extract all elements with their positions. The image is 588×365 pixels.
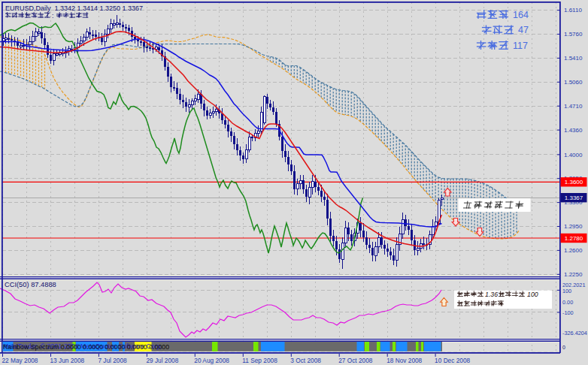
svg-text:1.5410: 1.5410 bbox=[564, 55, 583, 62]
svg-text:47: 47 bbox=[518, 25, 529, 35]
svg-text:13 Jun 2008: 13 Jun 2008 bbox=[50, 357, 85, 364]
svg-text:0: 0 bbox=[562, 345, 565, 350]
svg-text:0.00: 0.00 bbox=[562, 299, 573, 306]
svg-text:Rainbow Spectrum 0.0000 0.0000: Rainbow Spectrum 0.0000 0.0000 0.0000 0.… bbox=[3, 343, 169, 351]
svg-text:10 Dec 2008: 10 Dec 2008 bbox=[435, 357, 470, 364]
svg-text:1.3367: 1.3367 bbox=[565, 195, 583, 201]
svg-text:1.4710: 1.4710 bbox=[564, 103, 583, 110]
svg-text:117: 117 bbox=[513, 41, 528, 51]
svg-text:1.5760: 1.5760 bbox=[564, 31, 583, 38]
svg-text:29 Jul 2008: 29 Jul 2008 bbox=[146, 357, 178, 364]
svg-text:100: 100 bbox=[527, 291, 538, 298]
svg-text:27 Oct 2008: 27 Oct 2008 bbox=[338, 357, 373, 364]
svg-text:7 Jul 2008: 7 Jul 2008 bbox=[98, 357, 127, 364]
svg-text:1.6110: 1.6110 bbox=[564, 7, 582, 14]
svg-text:-326.4204: -326.4204 bbox=[562, 330, 587, 336]
svg-text:20 Aug 2008: 20 Aug 2008 bbox=[194, 357, 229, 364]
svg-text:1.3600: 1.3600 bbox=[565, 179, 583, 186]
svg-text:1.4000: 1.4000 bbox=[564, 152, 583, 158]
svg-text:164: 164 bbox=[513, 10, 529, 20]
svg-text:1.2600: 1.2600 bbox=[564, 247, 583, 254]
svg-text:1.2250: 1.2250 bbox=[564, 271, 583, 278]
svg-text:11 Sep 2008: 11 Sep 2008 bbox=[242, 357, 277, 364]
svg-text:CCI(50) 87.4888: CCI(50) 87.4888 bbox=[5, 281, 56, 288]
svg-text:1.2950: 1.2950 bbox=[564, 223, 583, 230]
svg-text:1.5060: 1.5060 bbox=[564, 79, 583, 86]
svg-text:18 Nov 2008: 18 Nov 2008 bbox=[386, 357, 422, 364]
svg-text:1.4360: 1.4360 bbox=[564, 127, 583, 134]
svg-text:-100: -100 bbox=[562, 309, 574, 316]
svg-text:3 Oct 2008: 3 Oct 2008 bbox=[290, 357, 321, 364]
svg-text:EURUSD,Daily 1.3342 1.3414 1.: EURUSD,Daily 1.3342 1.3414 1.3250 1.3367 bbox=[5, 5, 143, 12]
svg-text:22 May 2008: 22 May 2008 bbox=[2, 357, 38, 364]
svg-text:1.36: 1.36 bbox=[485, 291, 498, 298]
svg-text::: : bbox=[52, 12, 53, 20]
svg-text:100: 100 bbox=[562, 288, 571, 294]
svg-text:1.2780: 1.2780 bbox=[565, 235, 583, 242]
